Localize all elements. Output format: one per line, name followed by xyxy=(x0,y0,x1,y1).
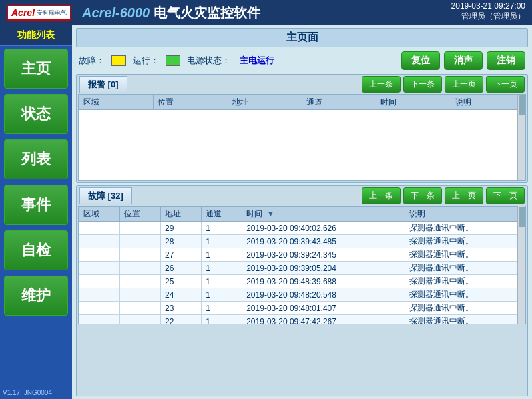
app-name: Acrel-6000 xyxy=(82,5,150,20)
fault-cell-desc: 探测器通讯中断。 xyxy=(405,315,525,325)
fault-cell-channel: 1 xyxy=(202,315,242,325)
fault-cell-location xyxy=(120,248,161,262)
fault-prev-page[interactable]: 上一页 xyxy=(445,187,483,204)
alert-next-page[interactable]: 下一页 xyxy=(486,76,525,93)
logo-box: Acrel 安科瑞电气 xyxy=(7,5,71,21)
fault-tab-row: 故障 [32] 上一条 下一条 上一页 下一页 xyxy=(78,187,526,204)
table-row: 2712019-03-20 09:39:24.345探测器通讯中断。 xyxy=(79,248,525,262)
fault-cell-time: 2019-03-20 09:40:02.626 xyxy=(242,222,405,235)
app-subtitle: 电气火灾监控软件 xyxy=(150,5,260,20)
alert-panel: 报警 [0] 上一条 下一条 上一页 下一页 区域 位置 地址 通道 xyxy=(76,74,528,183)
fault-col-zone: 区域 xyxy=(79,207,120,222)
fault-tab[interactable]: 故障 [32] xyxy=(79,187,132,204)
fault-cell-time: 2019-03-20 09:48:39.688 xyxy=(242,275,405,288)
sort-arrow-time: ▼ xyxy=(267,209,275,218)
fault-scrollbar[interactable] xyxy=(517,206,525,324)
alert-col-addr: 地址 xyxy=(228,95,302,110)
status-row: 故障： 运行： 电源状态： 主电运行 复位 消声 注销 xyxy=(76,50,528,71)
fault-cell-time: 2019-03-20 09:48:01.407 xyxy=(242,302,405,315)
main-layout: 功能列表 主页 状态 列表 事件 自检 维护 V1.17_JNG0004 主页面… xyxy=(0,25,532,399)
alert-nav-buttons: 上一条 下一条 上一页 下一页 xyxy=(362,76,525,93)
alert-prev-page[interactable]: 上一页 xyxy=(445,76,483,93)
fault-cell-channel: 1 xyxy=(202,248,242,262)
fault-cell-channel: 1 xyxy=(202,222,242,235)
fault-cell-desc: 探测器通讯中断。 xyxy=(405,262,525,275)
alert-col-time: 时间 xyxy=(376,95,451,110)
fault-cell-desc: 探测器通讯中断。 xyxy=(405,288,525,302)
sidebar-item-home[interactable]: 主页 xyxy=(4,49,68,89)
datetime-area: 2019-03-21 09:27:00 管理员（管理员） xyxy=(451,1,525,22)
fault-cell-addr: 24 xyxy=(161,288,202,302)
action-buttons: 复位 消声 注销 xyxy=(401,51,525,70)
version-label: V1.17_JNG0004 xyxy=(0,386,72,399)
fault-table-container: 区域 位置 地址 通道 时间 ▼ 说明 2912019-03-20 09:40:… xyxy=(78,206,526,324)
fault-col-time: 时间 ▼ xyxy=(242,207,405,222)
table-row: 2212019-03-20 09:47:42.267探测器通讯中断。 xyxy=(79,315,525,325)
cancel-button[interactable]: 注销 xyxy=(487,51,525,70)
power-status: 主电运行 xyxy=(240,55,274,67)
logo-sub: 安科瑞电气 xyxy=(37,10,67,16)
table-row: 2512019-03-20 09:48:39.688探测器通讯中断。 xyxy=(79,275,525,288)
user-info: 管理员（管理员） xyxy=(451,11,525,22)
alert-next-item[interactable]: 下一条 xyxy=(403,76,442,93)
alert-col-desc: 说明 xyxy=(451,95,525,110)
fault-cell-desc: 探测器通讯中断。 xyxy=(405,302,525,315)
fault-col-desc: 说明 xyxy=(405,207,525,222)
reset-button[interactable]: 复位 xyxy=(401,51,440,70)
fault-cell-channel: 1 xyxy=(202,288,242,302)
datetime: 2019-03-21 09:27:00 xyxy=(451,1,525,11)
alert-scrollbar[interactable] xyxy=(517,95,525,180)
fault-tbody: 2912019-03-20 09:40:02.626探测器通讯中断。281201… xyxy=(79,222,525,325)
fault-cell-addr: 28 xyxy=(161,235,202,248)
fault-cell-zone xyxy=(79,222,120,235)
sidebar-item-maintenance[interactable]: 维护 xyxy=(4,276,68,316)
app-title: Acrel-6000 电气火灾监控软件 xyxy=(82,4,260,22)
fault-cell-location xyxy=(120,302,161,315)
alert-scrollbar-thumb[interactable] xyxy=(519,95,525,115)
fault-cell-location xyxy=(120,275,161,288)
table-row: 2912019-03-20 09:40:02.626探测器通讯中断。 xyxy=(79,222,525,235)
fault-panel: 故障 [32] 上一条 下一条 上一页 下一页 区域 位置 地址 通道 xyxy=(76,185,528,396)
fault-scrollbar-thumb[interactable] xyxy=(519,207,525,227)
fault-prev-item[interactable]: 上一条 xyxy=(362,187,401,204)
fault-cell-zone xyxy=(79,248,120,262)
fault-cell-addr: 29 xyxy=(161,222,202,235)
sidebar: 功能列表 主页 状态 列表 事件 自检 维护 V1.17_JNG0004 xyxy=(0,25,72,399)
fault-next-page[interactable]: 下一页 xyxy=(486,187,525,204)
fault-cell-addr: 25 xyxy=(161,275,202,288)
fault-cell-channel: 1 xyxy=(202,275,242,288)
page-title: 主页面 xyxy=(76,28,528,47)
sidebar-title: 功能列表 xyxy=(0,25,72,46)
top-bar: Acrel 安科瑞电气 Acrel-6000 电气火灾监控软件 2019-03-… xyxy=(0,0,532,25)
fault-cell-addr: 23 xyxy=(161,302,202,315)
sidebar-item-selfcheck[interactable]: 自检 xyxy=(4,230,68,270)
alert-tab-row: 报警 [0] 上一条 下一条 上一页 下一页 xyxy=(78,76,526,93)
alert-tab[interactable]: 报警 [0] xyxy=(79,76,127,93)
fault-next-item[interactable]: 下一条 xyxy=(403,187,442,204)
run-label: 运行： xyxy=(133,55,159,67)
sidebar-item-status[interactable]: 状态 xyxy=(4,94,68,134)
table-row: 2412019-03-20 09:48:20.548探测器通讯中断。 xyxy=(79,288,525,302)
fault-cell-desc: 探测器通讯中断。 xyxy=(405,222,525,235)
alert-table: 区域 位置 地址 通道 时间 说明 xyxy=(79,95,525,110)
fault-cell-channel: 1 xyxy=(202,302,242,315)
fault-cell-desc: 探测器通讯中断。 xyxy=(405,235,525,248)
content-area: 主页面 故障： 运行： 电源状态： 主电运行 复位 消声 注销 报警 [0] 上… xyxy=(72,25,532,399)
sidebar-item-events[interactable]: 事件 xyxy=(4,185,68,225)
sidebar-item-list[interactable]: 列表 xyxy=(4,139,68,179)
mute-button[interactable]: 消声 xyxy=(444,51,483,70)
logo-acrel: Acrel xyxy=(11,7,35,18)
fault-cell-addr: 26 xyxy=(161,262,202,275)
fault-cell-zone xyxy=(79,315,120,325)
logo-area: Acrel 安科瑞电气 Acrel-6000 电气火灾监控软件 xyxy=(7,4,260,22)
fault-cell-time: 2019-03-20 09:39:05.204 xyxy=(242,262,405,275)
alert-col-zone: 区域 xyxy=(79,95,154,110)
table-row: 2612019-03-20 09:39:05.204探测器通讯中断。 xyxy=(79,262,525,275)
fault-cell-desc: 探测器通讯中断。 xyxy=(405,275,525,288)
fault-cell-zone xyxy=(79,302,120,315)
table-row: 2312019-03-20 09:48:01.407探测器通讯中断。 xyxy=(79,302,525,315)
table-row: 2812019-03-20 09:39:43.485探测器通讯中断。 xyxy=(79,235,525,248)
alert-col-location: 位置 xyxy=(154,95,228,110)
alert-prev-item[interactable]: 上一条 xyxy=(362,76,401,93)
fault-col-addr: 地址 xyxy=(161,207,202,222)
